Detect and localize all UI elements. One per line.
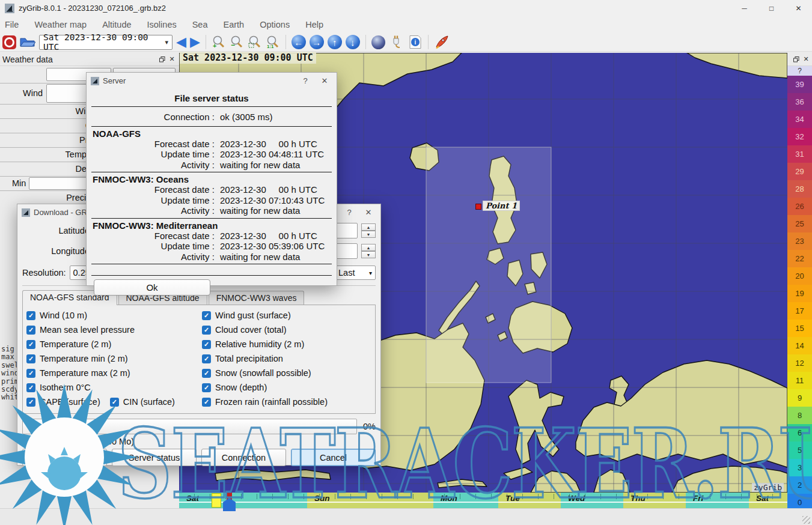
plug-icon bbox=[389, 35, 404, 49]
zoom-actual-icon: 1:1 bbox=[266, 35, 280, 49]
close-button[interactable]: ✕ bbox=[785, 0, 812, 16]
point-label: Point 1 bbox=[483, 201, 520, 211]
close-panel-icon[interactable]: ✕ bbox=[801, 55, 811, 64]
datetime-value: Sat 2023-12-30 09:00 UTC bbox=[43, 32, 165, 52]
map-brand-label: zyGrib bbox=[752, 483, 784, 492]
scale-cell: 36 bbox=[787, 93, 812, 111]
scale-cell: 9 bbox=[787, 389, 812, 407]
color-scale-header: ✕ bbox=[787, 53, 812, 66]
zoom-in-button[interactable]: + bbox=[212, 35, 226, 49]
checkbox-rel-humidity[interactable]: ✓Relative humidity (2 m) bbox=[202, 339, 373, 350]
close-dialog-button[interactable]: ✕ bbox=[317, 74, 332, 88]
toolbar: Sat 2023-12-30 09:00 UTC ▾ ◀ ▶ + − 1:1 ←… bbox=[0, 33, 812, 52]
cancel-button[interactable]: Cancel bbox=[291, 449, 376, 466]
zoom-region-icon bbox=[248, 35, 262, 49]
zoom-actual-button[interactable]: 1:1 bbox=[266, 35, 280, 49]
float-panel-icon[interactable] bbox=[157, 55, 167, 64]
scale-cell: 6 bbox=[787, 424, 812, 442]
checkbox-wind-gust[interactable]: ✓Wind gust (surface) bbox=[202, 310, 373, 321]
menu-file[interactable]: File bbox=[5, 20, 19, 29]
checkbox-wind[interactable]: ✓Wind (10 m) bbox=[26, 310, 202, 321]
zoom-region-button[interactable] bbox=[248, 35, 262, 49]
menu-isolines[interactable]: Isolines bbox=[147, 20, 177, 29]
checkbox-msl-pressure[interactable]: ✓Mean sea level pressure bbox=[26, 324, 202, 335]
download-grib-button[interactable] bbox=[389, 35, 404, 49]
time-highlight bbox=[212, 493, 221, 508]
svg-text:+: + bbox=[213, 42, 216, 49]
window-titlebar: zyGrib-8.0.1 - 20231230_072106_.grb.bz2 … bbox=[0, 0, 812, 16]
run-select[interactable]: Last ▾ bbox=[335, 266, 376, 280]
latitude-stepper[interactable]: ▲▼ bbox=[361, 223, 376, 238]
color-scale-panel: ✕ ? 39 36 34 32 31 29 28 26 25 23 22 20 … bbox=[787, 53, 812, 510]
next-timestep-button[interactable]: ▶ bbox=[190, 35, 200, 49]
help-button[interactable]: ? bbox=[341, 206, 357, 219]
zoom-out-button[interactable]: − bbox=[230, 35, 244, 49]
server-section-name: NOAA-GFS bbox=[87, 128, 337, 139]
checkbox-temperature[interactable]: ✓Temperature (2 m) bbox=[26, 339, 202, 350]
checkbox-frozen-rain[interactable]: ✓Frozen rain (rainfall possible) bbox=[202, 396, 373, 407]
scale-cell: 32 bbox=[787, 128, 812, 145]
pan-right-button[interactable]: → bbox=[310, 35, 324, 49]
scale-cell: 8 bbox=[787, 407, 812, 424]
datetime-select[interactable]: Sat 2023-12-30 09:00 UTC ▾ bbox=[39, 35, 172, 50]
float-panel-icon[interactable] bbox=[792, 55, 801, 64]
pan-left-button[interactable]: ← bbox=[292, 35, 306, 49]
server-status-heading: File server status bbox=[87, 89, 337, 105]
zoom-out-icon: − bbox=[230, 35, 244, 49]
chevron-down-icon: ▾ bbox=[369, 270, 372, 276]
menu-weather-map[interactable]: Weather map bbox=[34, 20, 87, 29]
minimize-button[interactable]: ─ bbox=[731, 0, 758, 16]
point-marker[interactable] bbox=[475, 204, 481, 210]
zoom-in-icon: + bbox=[212, 35, 226, 49]
ok-button[interactable]: Ok bbox=[94, 279, 210, 296]
tab-fnmoc-ww3-waves[interactable]: FNMOC-WW3 waves bbox=[209, 291, 305, 305]
checkbox-cloud-cover[interactable]: ✓Cloud cover (total) bbox=[202, 324, 373, 335]
checkbox-checked-icon: ✓ bbox=[26, 311, 35, 320]
longitude-stepper[interactable]: ▲▼ bbox=[361, 244, 376, 258]
pan-down-button[interactable]: ↓ bbox=[346, 35, 360, 49]
wind-label: Wind bbox=[23, 88, 43, 98]
skewt-button[interactable] bbox=[434, 35, 450, 49]
scale-cell: 20 bbox=[787, 267, 812, 285]
server-section-name: FNMOC-WW3: Mediterranean bbox=[87, 220, 337, 231]
resize-grip[interactable] bbox=[802, 516, 810, 524]
timeline[interactable]: Sat Sun Mon Tue Wed Thu Fri Sat bbox=[179, 493, 787, 508]
maximize-button[interactable]: □ bbox=[758, 0, 785, 16]
pan-up-button[interactable]: ↑ bbox=[328, 35, 342, 49]
scale-cell: 17 bbox=[787, 302, 812, 320]
longitude-label: Longitude bbox=[22, 246, 90, 256]
scale-cell: 31 bbox=[787, 145, 812, 163]
app-icon bbox=[5, 4, 14, 13]
menu-help[interactable]: Help bbox=[305, 20, 323, 29]
checkbox-snow-snowfall[interactable]: ✓Snow (snowfall possible) bbox=[202, 368, 373, 378]
menu-options[interactable]: Options bbox=[260, 20, 290, 29]
open-file-button[interactable] bbox=[20, 36, 35, 48]
globe-icon[interactable] bbox=[371, 35, 385, 49]
scale-cell: 19 bbox=[787, 285, 812, 302]
checkbox-temp-min[interactable]: ✓Temperature min (2 m) bbox=[26, 353, 202, 364]
scale-cell: 5 bbox=[787, 442, 812, 459]
close-panel-icon[interactable]: ✕ bbox=[167, 55, 177, 64]
svg-text:i: i bbox=[414, 39, 416, 46]
power-icon bbox=[4, 37, 14, 47]
quit-button[interactable] bbox=[2, 35, 16, 49]
info-page-icon: i bbox=[408, 35, 423, 49]
min-label: Min bbox=[12, 178, 26, 188]
checkbox-snow-depth[interactable]: ✓Snow (depth) bbox=[202, 382, 373, 393]
menu-altitude[interactable]: Altitude bbox=[102, 20, 131, 29]
help-button[interactable]: ? bbox=[298, 74, 313, 88]
connection-button[interactable]: Connection bbox=[201, 449, 286, 466]
map-datetime-label: Sat 2023-12-30 09:00 UTC bbox=[180, 52, 316, 64]
grib-info-button[interactable]: i bbox=[408, 35, 423, 49]
menu-earth[interactable]: Earth bbox=[224, 20, 245, 29]
svg-text:1:1: 1:1 bbox=[267, 44, 274, 49]
checkbox-temp-max[interactable]: ✓Temperature max (2 m) bbox=[26, 368, 202, 378]
checkbox-total-precipitation[interactable]: ✓Total precipitation bbox=[202, 353, 373, 364]
svg-text:−: − bbox=[231, 41, 235, 49]
menubar: File Weather map Altitude Isolines Sea E… bbox=[0, 16, 812, 33]
scale-cell: 15 bbox=[787, 320, 812, 337]
watermark-sun-logo bbox=[0, 382, 139, 525]
prev-timestep-button[interactable]: ◀ bbox=[176, 35, 186, 49]
close-dialog-button[interactable]: ✕ bbox=[361, 206, 376, 219]
menu-sea[interactable]: Sea bbox=[192, 20, 208, 29]
